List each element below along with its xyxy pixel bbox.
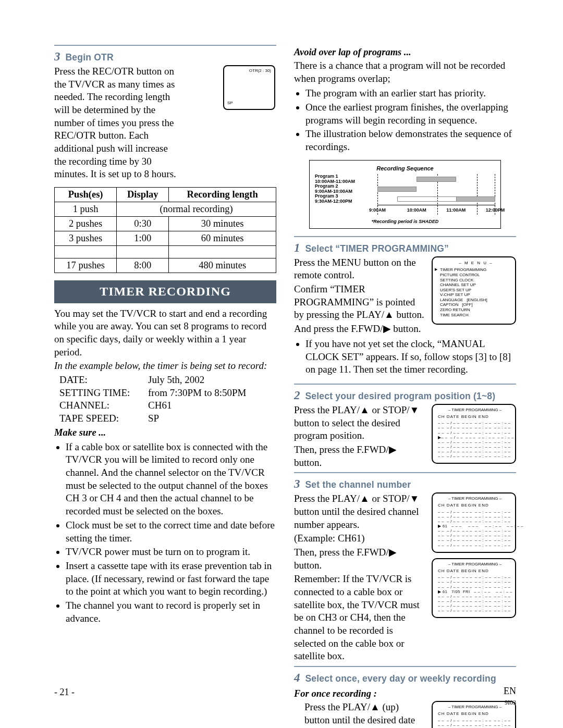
menu-item: ZERO RETURN bbox=[440, 307, 512, 313]
list-item: Insert a cassette tape with its erase pr… bbox=[66, 560, 276, 598]
otr-osd: OTR(2 : 30) SP bbox=[223, 65, 275, 110]
left-column: 3 Begin OTR Press the REC/OTR button on … bbox=[54, 45, 276, 707]
tp-row-selected: ▶ 61 – – – – – – – – : – – – – : – – bbox=[438, 524, 512, 528]
page-number: - 21 - bbox=[54, 686, 75, 707]
step-3-label: Begin OTR bbox=[66, 52, 114, 64]
avoid-overlap-body: There is a chance that a program will no… bbox=[294, 59, 516, 85]
menu-item: V-CHIP SET UP bbox=[440, 292, 512, 298]
step-3b-body-b: (Example: CH61) bbox=[294, 532, 426, 545]
list-item: The channel you want to record is proper… bbox=[66, 599, 276, 625]
table-row: 3 pushes 1:00 60 minutes bbox=[55, 231, 276, 246]
section-title-timer-recording: TIMER RECORDING bbox=[54, 280, 276, 303]
tp-row-selected: ▶ 61 7/05 FRI – – : – – – – : – – bbox=[438, 589, 512, 594]
col-pushes: Push(es) bbox=[55, 188, 117, 202]
table-row: 1 push (normal recording) bbox=[55, 202, 276, 217]
manual-page: 3 Begin OTR Press the REC/OTR button on … bbox=[0, 0, 563, 728]
menu-item: TIME SEARCH bbox=[440, 313, 512, 318]
timer-programming-osd: – TIMER PROGRAMMING – CH DATE BEGIN END … bbox=[432, 558, 516, 619]
table-row bbox=[55, 246, 276, 258]
col-length: Recording length bbox=[169, 188, 276, 202]
seq-bar-p3 bbox=[456, 196, 495, 202]
menu-osd: – M E N U – TIMER PROGRAMMING PICTURE CO… bbox=[432, 256, 516, 325]
step-3b-body-d: Remember: If the TV/VCR is connected to … bbox=[294, 573, 426, 663]
step-1-body-b: Confirm “TIMER PROGRAMMING” is pointed b… bbox=[294, 283, 426, 322]
example-settings: DATE:July 5th, 2002 SETTING TIME:from 7:… bbox=[59, 374, 276, 425]
col-display: Display bbox=[117, 188, 169, 202]
timer-programming-osd: – TIMER PROGRAMMING – CH DATE BEGIN END … bbox=[432, 492, 516, 553]
page-footer: - 21 - EN 9I03 bbox=[54, 686, 516, 707]
step-1-note: If you have not yet set the clock, “MANU… bbox=[294, 338, 516, 377]
timer-intro: You may set the TV/VCR to start and end … bbox=[54, 307, 276, 359]
seq-bar-p2 bbox=[377, 187, 417, 192]
table-row: 2 pushes 0:30 30 minutes bbox=[55, 217, 276, 231]
step-3b-heading: 3 Set the channel number bbox=[294, 476, 516, 492]
otr-osd-line2: SP bbox=[227, 101, 233, 106]
step-1-body-a: Press the MENU button on the remote cont… bbox=[294, 256, 426, 282]
list-item: Once the earliest program finishes, the … bbox=[305, 101, 516, 127]
seq-bar-p1 bbox=[417, 177, 456, 182]
menu-osd-header: – M E N U – bbox=[440, 261, 512, 266]
step-1-heading: 1 Select “TIMER PROGRAMMING” bbox=[294, 240, 516, 256]
menu-item: TIMER PROGRAMMING bbox=[440, 267, 512, 273]
seq-title: Recording Sequence bbox=[315, 165, 495, 172]
step-2-body-a: Press the PLAY/▲ or STOP/▼ button to sel… bbox=[294, 404, 426, 442]
recording-sequence-diagram: Recording Sequence Program 110:00AM-11:0… bbox=[309, 160, 501, 229]
step-3-number: 3 bbox=[54, 49, 60, 65]
list-item: If a cable box or satellite box is conne… bbox=[66, 441, 276, 518]
make-sure-heading: Make sure ... bbox=[54, 426, 276, 439]
section-rule bbox=[54, 45, 276, 46]
step-3b-body-c: Then, press the F.FWD/▶ button. bbox=[294, 546, 426, 572]
step-3-body: Press the REC/OTR button on the TV/VCR a… bbox=[54, 65, 179, 181]
timer-programming-osd: – TIMER PROGRAMMING – CH DATE BEGIN END … bbox=[432, 404, 516, 464]
right-column: Avoid over lap of programs ... There is … bbox=[294, 45, 516, 707]
list-item: If you have not yet set the clock, “MANU… bbox=[305, 338, 516, 376]
avoid-overlap-list: The program with an earlier start has pr… bbox=[294, 87, 516, 154]
list-item: The program with an earlier start has pr… bbox=[305, 87, 516, 100]
list-item: Clock must be set to the correct time an… bbox=[66, 519, 276, 545]
step-1-body-c: And press the F.FWD/▶ button. bbox=[294, 323, 426, 336]
step-3-heading: 3 Begin OTR bbox=[54, 49, 276, 65]
recording-length-table: Push(es) Display Recording length 1 push… bbox=[54, 187, 276, 273]
avoid-overlap-heading: Avoid over lap of programs ... bbox=[294, 46, 516, 58]
step-4-heading: 4 Select once, every day or weekly recor… bbox=[294, 670, 516, 686]
step-2-heading: 2 Select your desired program position (… bbox=[294, 388, 516, 403]
list-item: TV/VCR power must be turn on to program … bbox=[66, 546, 276, 559]
footer-code: 9I03 bbox=[505, 699, 516, 706]
example-lead: In the example below, the timer is being… bbox=[54, 360, 276, 373]
step-3b-body-a: Press the PLAY/▲ or STOP/▼ button until … bbox=[294, 492, 426, 531]
menu-item: CHANNEL SET UP bbox=[440, 282, 512, 288]
menu-item: PICTURE CONTROL bbox=[440, 273, 512, 278]
menu-item: CAPTION [OFF] bbox=[440, 302, 512, 307]
menu-item: SETTING CLOCK bbox=[440, 278, 512, 283]
table-row: 17 pushes 8:00 480 minutes bbox=[55, 258, 276, 273]
footer-lang: EN bbox=[504, 686, 516, 696]
make-sure-list: If a cable box or satellite box is conne… bbox=[54, 441, 276, 626]
step-2-body-b: Then, press the F.FWD/▶ button. bbox=[294, 443, 426, 469]
menu-item: LANGUAGE [ENGLISH] bbox=[440, 298, 512, 303]
list-item: The illustration below demonstrates the … bbox=[305, 128, 516, 153]
menu-item: USER'S SET UP bbox=[440, 288, 512, 293]
otr-osd-line1: OTR(2 : 30) bbox=[227, 68, 271, 73]
